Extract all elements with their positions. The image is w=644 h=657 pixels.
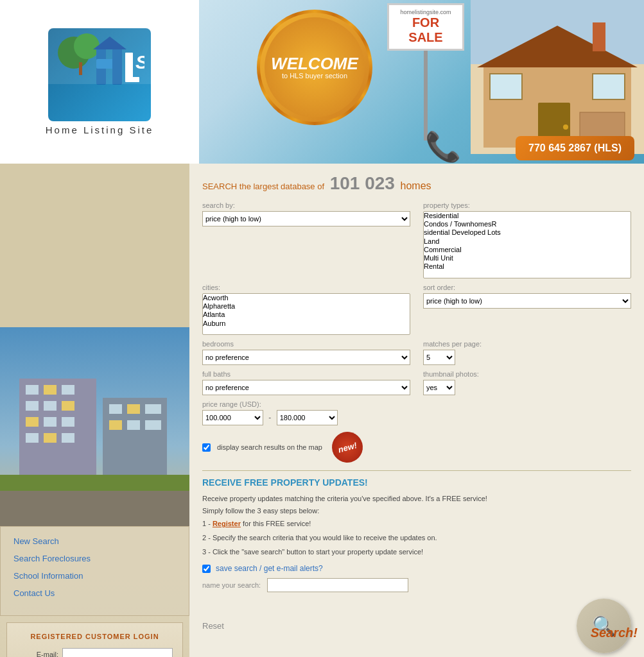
save-label: save search / get e-mail alerts? bbox=[216, 564, 323, 573]
property-types-col: property types: Residential Condos / Tow… bbox=[423, 201, 631, 278]
sidebar: New Search Search Foreclosures School In… bbox=[0, 327, 189, 657]
svg-rect-7 bbox=[125, 53, 133, 81]
welcome-text: WELCOME bbox=[271, 55, 358, 72]
headline-prefix: SEARCH the largest database of bbox=[202, 182, 324, 191]
name-input[interactable] bbox=[267, 578, 408, 592]
price-min-select[interactable]: 100.000 150.000 200.000 bbox=[202, 410, 263, 425]
new-badge: new! bbox=[328, 429, 366, 466]
svg-rect-31 bbox=[62, 417, 74, 427]
sort-order-select[interactable]: price (high to low) price (low to high) bbox=[423, 293, 631, 309]
svg-rect-33 bbox=[44, 433, 57, 443]
register-link[interactable]: Register bbox=[213, 520, 241, 527]
svg-rect-39 bbox=[127, 420, 140, 430]
phone-number: 770 645 2867 (HLS) bbox=[516, 136, 634, 160]
headline-count: 101 023 bbox=[330, 173, 395, 193]
action-row: Reset 🔍 Search! bbox=[202, 599, 631, 653]
bedrooms-label: bedrooms bbox=[202, 340, 410, 348]
cities-label: cities: bbox=[202, 284, 410, 291]
header-center: WELCOME to HLS buyer section homelisting… bbox=[199, 0, 644, 164]
map-label: display search results on the map bbox=[217, 443, 322, 451]
header: S Home Listing Site WELCOME to HLS buyer… bbox=[0, 0, 644, 164]
phone-badge: 770 645 2867 (HLS) bbox=[516, 136, 634, 160]
search-headline: SEARCH the largest database of 101 023 h… bbox=[202, 173, 631, 194]
svg-rect-29 bbox=[26, 417, 39, 427]
svg-rect-34 bbox=[62, 433, 74, 443]
login-box: REGISTERED CUSTOMER LOGIN E-mail: Passwo… bbox=[6, 622, 183, 657]
svg-rect-8 bbox=[125, 77, 139, 82]
sort-order-col: sort order: price (high to low) price (l… bbox=[423, 284, 631, 335]
search-btn-label: Search! bbox=[591, 626, 638, 640]
svg-point-1 bbox=[74, 33, 100, 59]
email-label: E-mail: bbox=[17, 651, 58, 657]
svg-rect-40 bbox=[145, 420, 161, 430]
bedrooms-select[interactable]: no preference 1+ 2+ 3+ 4+ bbox=[202, 350, 410, 365]
nav-school-information[interactable]: School Information bbox=[13, 571, 176, 581]
full-baths-select[interactable]: no preference 1+ 2+ 3+ bbox=[202, 380, 410, 395]
price-range-row: price range (USD): 100.000 150.000 200.0… bbox=[202, 400, 631, 425]
form-top-row: search by: price (high to low) price (lo… bbox=[202, 201, 631, 278]
price-max-select[interactable]: 180.000 250.000 300.000 bbox=[277, 410, 338, 425]
svg-rect-43 bbox=[0, 475, 189, 491]
site-logo: S bbox=[48, 28, 151, 121]
form-mid-row: cities: Acworth Alpharetta Atlanta Aubur… bbox=[202, 284, 631, 335]
save-checkbox[interactable] bbox=[202, 565, 211, 573]
svg-rect-36 bbox=[127, 404, 140, 414]
form-bath-row: full baths no preference 1+ 2+ 3+ thumbn… bbox=[202, 370, 631, 395]
email-field[interactable] bbox=[62, 648, 173, 657]
svg-rect-3 bbox=[96, 46, 106, 85]
save-row: save search / get e-mail alerts? bbox=[202, 564, 631, 573]
main-content: SEARCH the largest database of 101 023 h… bbox=[189, 164, 644, 657]
sign-forsale: FOR SALE bbox=[396, 15, 456, 45]
phone-icon: 📞 bbox=[425, 130, 461, 164]
updates-section: RECEIVE FREE PROPERTY UPDATES! Receive p… bbox=[202, 477, 631, 559]
property-types-select[interactable]: Residential Condos / TownhomesR sidentia… bbox=[423, 211, 631, 278]
svg-rect-16 bbox=[490, 74, 522, 99]
search-by-select[interactable]: price (high to low) price (low to high) … bbox=[202, 211, 410, 226]
search-button[interactable]: 🔍 Search! bbox=[577, 599, 631, 653]
svg-rect-26 bbox=[26, 401, 39, 411]
svg-point-0 bbox=[58, 37, 90, 69]
matches-select[interactable]: 5 10 20 50 bbox=[423, 350, 455, 365]
thumbnail-col: thumbnail photos: yes no bbox=[423, 370, 631, 395]
body-wrapper: New Search Search Foreclosures School In… bbox=[0, 164, 644, 657]
map-row: display search results on the map new! bbox=[202, 432, 631, 463]
welcome-badge: WELCOME to HLS buyer section bbox=[257, 10, 372, 125]
svg-rect-25 bbox=[62, 385, 74, 395]
matches-col: matches per page: 5 10 20 50 bbox=[423, 340, 631, 365]
svg-rect-5 bbox=[112, 46, 122, 85]
header-logo-area: S Home Listing Site bbox=[0, 0, 199, 164]
svg-rect-24 bbox=[44, 385, 57, 395]
property-types-label: property types: bbox=[423, 201, 631, 209]
step2-text: 2 - Specify the search criteria that you… bbox=[202, 531, 631, 545]
svg-rect-17 bbox=[593, 74, 625, 99]
svg-rect-4 bbox=[96, 59, 122, 69]
svg-rect-27 bbox=[44, 401, 57, 411]
svg-point-15 bbox=[563, 124, 568, 130]
map-checkbox[interactable] bbox=[202, 443, 211, 452]
updates-text1: Receive property updates matching the cr… bbox=[202, 493, 631, 505]
building-illustration bbox=[0, 327, 189, 526]
name-label: name your search: bbox=[202, 581, 261, 589]
headline-suffix: homes bbox=[401, 180, 431, 191]
cities-col: cities: Acworth Alpharetta Atlanta Aubur… bbox=[202, 284, 410, 335]
svg-rect-2 bbox=[79, 62, 82, 75]
sidebar-nav: New Search Search Foreclosures School In… bbox=[0, 526, 189, 616]
nav-search-foreclosures[interactable]: Search Foreclosures bbox=[13, 554, 176, 563]
reset-button[interactable]: Reset bbox=[202, 621, 224, 631]
svg-text:S: S bbox=[135, 51, 144, 73]
svg-rect-19 bbox=[593, 22, 605, 51]
nav-new-search[interactable]: New Search bbox=[13, 536, 176, 546]
nav-contact-us[interactable]: Contact Us bbox=[13, 588, 176, 598]
svg-rect-41 bbox=[0, 488, 189, 526]
thumbnail-label: thumbnail photos: bbox=[423, 370, 631, 378]
svg-rect-28 bbox=[62, 401, 74, 411]
baths-col: full baths no preference 1+ 2+ 3+ bbox=[202, 370, 410, 395]
for-sale-sign: homelistingsite.com FOR SALE bbox=[387, 3, 464, 141]
cities-select[interactable]: Acworth Alpharetta Atlanta Auburn bbox=[202, 293, 410, 335]
svg-rect-32 bbox=[26, 433, 39, 443]
full-baths-label: full baths bbox=[202, 370, 410, 378]
form-bed-row: bedrooms no preference 1+ 2+ 3+ 4+ match… bbox=[202, 340, 631, 365]
name-search-row: name your search: bbox=[202, 578, 631, 592]
thumbnail-select[interactable]: yes no bbox=[423, 380, 455, 395]
bedrooms-col: bedrooms no preference 1+ 2+ 3+ 4+ bbox=[202, 340, 410, 365]
